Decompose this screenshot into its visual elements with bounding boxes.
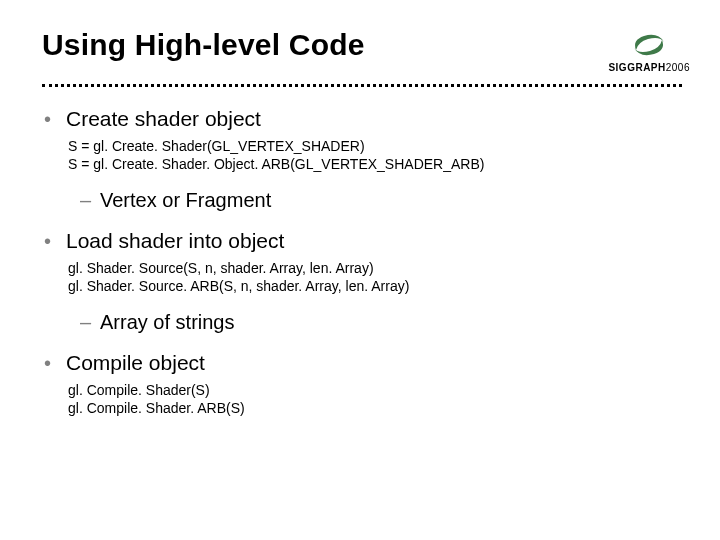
sub-bullet: – Vertex or Fragment [80,187,684,213]
bullet-marker: • [44,105,66,133]
code-block: gl. Compile. Shader(S) gl. Compile. Shad… [68,381,684,417]
dash-marker: – [80,187,100,213]
bullet-group: • Load shader into object gl. Shader. So… [44,227,684,335]
bullet-group: • Create shader object S = gl. Create. S… [44,105,684,213]
code-line: gl. Compile. Shader. ARB(S) [68,399,684,417]
code-line: gl. Shader. Source. ARB(S, n, shader. Ar… [68,277,684,295]
bullet-heading: Create shader object [66,105,261,133]
bullet-item: • Load shader into object [44,227,684,255]
bullet-item: • Compile object [44,349,684,377]
logo-brand: SIGGRAPH [608,62,665,73]
bullet-item: • Create shader object [44,105,684,133]
bullet-marker: • [44,227,66,255]
sub-bullet-text: Vertex or Fragment [100,187,271,213]
bullet-marker: • [44,349,66,377]
sub-bullet: – Array of strings [80,309,684,335]
code-line: S = gl. Create. Shader. Object. ARB(GL_V… [68,155,684,173]
sub-bullet-text: Array of strings [100,309,234,335]
bullet-heading: Load shader into object [66,227,284,255]
siggraph-logo: SIGGRAPH2006 [608,30,690,73]
code-block: S = gl. Create. Shader(GL_VERTEX_SHADER)… [68,137,684,173]
bullet-group: • Compile object gl. Compile. Shader(S) … [44,349,684,417]
code-line: gl. Compile. Shader(S) [68,381,684,399]
logo-year: 2006 [666,62,690,73]
code-line: S = gl. Create. Shader(GL_VERTEX_SHADER) [68,137,684,155]
code-line: gl. Shader. Source(S, n, shader. Array, … [68,259,684,277]
slide: SIGGRAPH2006 Using High-level Code • Cre… [0,0,720,540]
slide-title: Using High-level Code [42,28,684,62]
dash-marker: – [80,309,100,335]
bullet-heading: Compile object [66,349,205,377]
logo-text: SIGGRAPH2006 [608,62,690,73]
swirl-icon [630,30,668,60]
code-block: gl. Shader. Source(S, n, shader. Array, … [68,259,684,295]
dotted-divider [42,84,682,87]
content-area: • Create shader object S = gl. Create. S… [42,105,684,417]
